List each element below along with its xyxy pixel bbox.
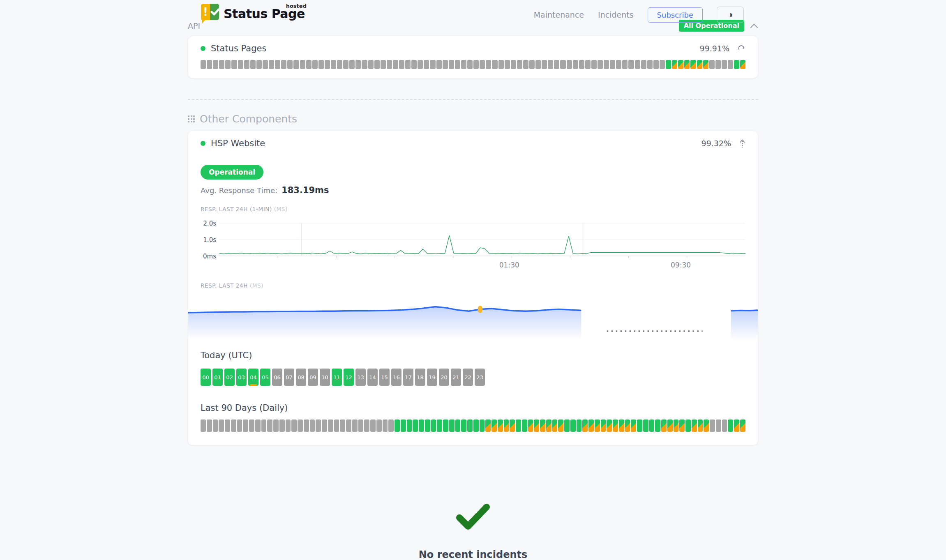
other-components-header: Other Components	[188, 113, 758, 125]
chart1-label: RESP. LAST 24H (1-MIN) (MS)	[201, 206, 745, 212]
uptime-bar	[716, 419, 721, 432]
arrow-up-icon[interactable]	[739, 139, 745, 148]
line-chart-svg	[219, 218, 745, 259]
ytick-1s: 1.0s	[203, 236, 216, 244]
uptime-bar	[201, 419, 206, 432]
uptime-bar	[374, 60, 380, 69]
uptime-bar	[364, 419, 369, 432]
uptime-bar	[704, 419, 709, 432]
uptime-bar	[431, 419, 436, 432]
uptime-bar	[577, 419, 582, 432]
chart1-y-axis: 2.0s 1.0s 0ms	[201, 218, 219, 259]
nav-incidents[interactable]: Incidents	[598, 10, 634, 19]
uptime-bar	[661, 419, 667, 432]
uptime-bar	[697, 60, 702, 69]
uptime-bar	[528, 419, 533, 432]
chart1-unit: (MS)	[274, 206, 288, 212]
uptime-bar	[436, 60, 442, 69]
uptime-bars-row	[201, 60, 745, 69]
data-point-marker[interactable]	[478, 306, 482, 313]
logo: ! hosted Status Page	[201, 3, 305, 24]
uptime-bar	[293, 60, 299, 69]
hour-cell-22: 22	[463, 369, 473, 386]
uptime-bar	[455, 60, 460, 69]
uptime-bar	[734, 60, 739, 69]
nav-maintenance[interactable]: Maintenance	[534, 10, 584, 19]
uptime-bar	[655, 419, 660, 432]
uptime-percentage: 99.91%	[700, 44, 729, 53]
component-name: HSP Website	[211, 138, 265, 148]
refresh-icon[interactable]	[738, 45, 745, 53]
chevron-up-icon[interactable]	[750, 23, 758, 28]
uptime-bar	[407, 419, 412, 432]
hour-cell-10: 10	[320, 369, 330, 386]
uptime-bar	[582, 419, 588, 432]
uptime-bar	[312, 60, 318, 69]
uptime-bar	[690, 60, 696, 69]
uptime-bar	[546, 419, 551, 432]
uptime-bar	[376, 419, 382, 432]
uptime-bar	[387, 60, 392, 69]
uptime-bar	[399, 60, 404, 69]
hour-cell-18: 18	[415, 369, 425, 386]
subscribe-button[interactable]: Subscribe	[648, 7, 703, 23]
uptime-bar	[328, 419, 333, 432]
uptime-bar	[388, 419, 394, 432]
uptime-bar	[715, 60, 721, 69]
theme-toggle-button[interactable]: ◑	[717, 7, 744, 23]
uptime-bar	[666, 60, 671, 69]
uptime-bar	[300, 60, 305, 69]
component-name: Status Pages	[211, 44, 266, 53]
uptime-bar	[405, 60, 411, 69]
big-checkmark-icon	[455, 503, 491, 531]
uptime-bar	[281, 60, 286, 69]
uptime-bar	[418, 60, 423, 69]
uptime-bar	[275, 60, 280, 69]
uptime-bar	[570, 419, 576, 432]
uptime-bar	[346, 419, 351, 432]
uptime-bar	[401, 419, 406, 432]
hour-cell-09: 09	[308, 369, 318, 386]
uptime-bar	[286, 419, 291, 432]
uptime-bar	[225, 60, 231, 69]
uptime-bar	[383, 419, 388, 432]
uptime-bar	[635, 60, 640, 69]
uptime-bar	[567, 60, 572, 69]
uptime-bar	[267, 419, 272, 432]
dashed-divider	[188, 99, 758, 100]
uptime-bar	[334, 419, 339, 432]
uptime-bar	[358, 419, 364, 432]
uptime-bar	[710, 419, 715, 432]
xtick-0930: 09:30	[671, 261, 691, 269]
uptime-bar	[534, 419, 539, 432]
response-area-chart	[188, 292, 758, 346]
uptime-bar	[449, 60, 454, 69]
uptime-bar	[304, 419, 309, 432]
uptime-bar	[505, 60, 510, 69]
uptime-bar	[273, 419, 279, 432]
uptime-bar	[291, 419, 297, 432]
uptime-bar	[480, 419, 485, 432]
uptime-bar	[310, 419, 315, 432]
uptime-bar	[498, 419, 503, 432]
uptime-bar	[637, 419, 642, 432]
uptime-bar	[498, 60, 504, 69]
uptime-bar	[370, 419, 376, 432]
uptime-bar	[443, 60, 448, 69]
uptime-bar	[343, 60, 348, 69]
uptime-bar	[207, 419, 212, 432]
chart2-label: RESP. LAST 24H (MS)	[201, 282, 745, 289]
uptime-bar	[529, 60, 535, 69]
today-hours-row: 0001020304050607080910111213141516171819…	[201, 369, 745, 386]
operational-dot-icon	[201, 46, 205, 51]
theme-half-circle-icon: ◑	[727, 9, 733, 20]
hour-cell-20: 20	[439, 369, 449, 386]
uptime-bar	[643, 419, 648, 432]
uptime-bar	[455, 419, 461, 432]
uptime-bar	[628, 60, 634, 69]
uptime-bar	[340, 419, 345, 432]
uptime-bar	[588, 419, 594, 432]
uptime-bar	[249, 419, 254, 432]
uptime-bar	[368, 60, 374, 69]
uptime-bar	[579, 60, 584, 69]
